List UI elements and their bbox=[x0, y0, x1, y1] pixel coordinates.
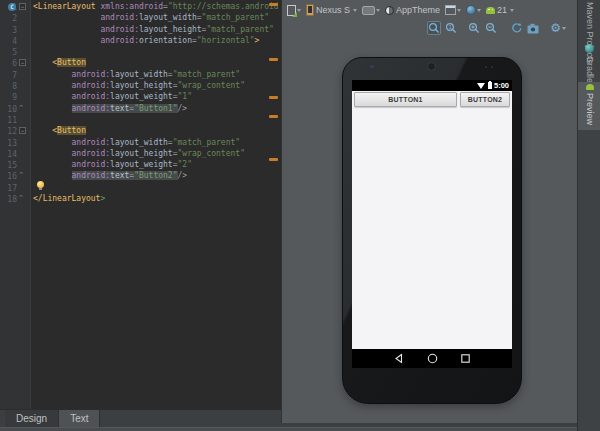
orientation-selector[interactable] bbox=[362, 6, 380, 15]
gradle-label: Gradle bbox=[585, 56, 595, 83]
actual-size-icon: 1 bbox=[445, 22, 457, 34]
chevron-down-icon bbox=[477, 9, 481, 12]
theme-icon bbox=[385, 6, 394, 15]
orientation-icon bbox=[362, 6, 375, 15]
intention-bulb-icon[interactable] bbox=[37, 181, 44, 188]
right-toolwindow-strip: Maven Projects Gradle Preview bbox=[577, 0, 600, 431]
android-icon bbox=[486, 7, 495, 14]
theme-selector[interactable]: AppTheme bbox=[385, 5, 440, 15]
proximity-sensor bbox=[370, 65, 374, 68]
actual-size-button[interactable]: 1 bbox=[444, 21, 458, 35]
editor-mode-tabs: Design Text bbox=[0, 409, 281, 427]
globe-icon bbox=[466, 5, 476, 15]
device-screen[interactable]: 5:00 BUTTON1 BUTTON2 bbox=[352, 80, 512, 368]
device-preview[interactable]: 5:00 BUTTON1 BUTTON2 bbox=[342, 57, 522, 404]
editor-code[interactable]: <LinearLayout xmlns:android="http://sche… bbox=[33, 2, 278, 409]
preview-button1[interactable]: BUTTON1 bbox=[354, 92, 457, 107]
speaker-dot bbox=[491, 66, 493, 68]
tab-text[interactable]: Text bbox=[59, 410, 100, 427]
device-selector-label: Nexus S bbox=[316, 5, 350, 15]
gear-icon: ⚙ bbox=[550, 22, 561, 34]
zoom-out-button[interactable] bbox=[484, 21, 498, 35]
toolwindow-preview[interactable]: Preview bbox=[578, 82, 600, 130]
zoom-fit-icon bbox=[428, 22, 440, 34]
svg-text:1: 1 bbox=[448, 24, 451, 30]
recents-icon[interactable] bbox=[460, 353, 471, 364]
zoom-in-button[interactable] bbox=[467, 21, 481, 35]
chevron-down-icon bbox=[297, 9, 301, 12]
toolwindow-gradle[interactable]: Gradle bbox=[578, 42, 600, 85]
front-camera bbox=[427, 62, 436, 71]
tab-design[interactable]: Design bbox=[5, 410, 59, 427]
preview-label: Preview bbox=[585, 93, 595, 125]
button-row: BUTTON1 BUTTON2 bbox=[352, 91, 512, 109]
activity-selector[interactable] bbox=[445, 5, 461, 15]
theme-selector-label: AppTheme bbox=[396, 5, 440, 15]
xml-editor[interactable]: 1C−23456−78910^1112−13141516^1718^ <Line… bbox=[0, 0, 281, 409]
chevron-down-icon bbox=[562, 27, 566, 30]
refresh-button[interactable] bbox=[509, 21, 523, 35]
navigation-bar bbox=[352, 349, 512, 368]
refresh-icon bbox=[510, 22, 522, 34]
preview-button2[interactable]: BUTTON2 bbox=[460, 92, 510, 107]
preview-settings-button[interactable]: ⚙ bbox=[551, 21, 565, 35]
tab-text-label: Text bbox=[70, 413, 88, 424]
configuration-button[interactable] bbox=[287, 5, 301, 16]
device-icon bbox=[306, 4, 314, 16]
tab-design-label: Design bbox=[16, 413, 47, 424]
status-bar: 5:00 bbox=[352, 80, 512, 91]
preview-toolbar-config: Nexus S AppTheme 21 bbox=[282, 0, 577, 19]
activity-icon bbox=[445, 5, 456, 15]
android-icon bbox=[586, 84, 594, 90]
gradle-icon bbox=[585, 44, 594, 53]
zoom-in-icon bbox=[468, 22, 480, 34]
ide-bottom-strip bbox=[0, 427, 600, 431]
device-selector[interactable]: Nexus S bbox=[306, 4, 357, 16]
preview-toolbar-zoom: 1 ⚙ bbox=[282, 19, 577, 37]
screenshot-button[interactable] bbox=[526, 21, 540, 35]
zoom-out-icon bbox=[485, 22, 497, 34]
camera-icon bbox=[527, 23, 539, 34]
chevron-down-icon bbox=[376, 9, 380, 12]
api-version-selector[interactable]: 21 bbox=[486, 5, 514, 15]
battery-icon bbox=[488, 82, 492, 89]
preview-pane: Nexus S AppTheme 21 1 bbox=[281, 0, 577, 423]
chevron-down-icon bbox=[457, 9, 461, 12]
speaker-dot bbox=[485, 66, 487, 68]
wifi-icon bbox=[477, 83, 485, 89]
configuration-icon bbox=[287, 5, 296, 16]
chevron-down-icon bbox=[510, 9, 514, 12]
zoom-to-fit-button[interactable] bbox=[427, 21, 441, 35]
editor-gutter: 1C−23456−78910^1112−13141516^1718^ bbox=[0, 0, 31, 409]
status-time: 5:00 bbox=[494, 81, 509, 90]
back-icon[interactable] bbox=[394, 353, 405, 364]
home-icon[interactable] bbox=[427, 353, 438, 364]
chevron-down-icon bbox=[353, 9, 357, 12]
locale-selector[interactable] bbox=[466, 5, 481, 15]
api-version-label: 21 bbox=[497, 5, 507, 15]
